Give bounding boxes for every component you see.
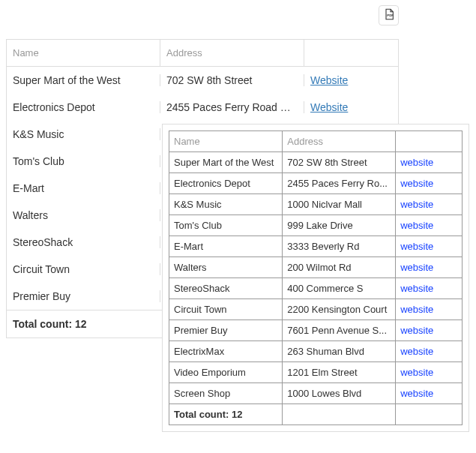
summary-prefix: Total count: — [174, 409, 232, 420]
column-header-link[interactable] — [396, 131, 463, 152]
cell-name: ElectrixMax — [169, 341, 283, 362]
cell-link: website — [396, 341, 463, 362]
summary-count: 12 — [232, 409, 242, 420]
table-row: Electronics Depot2455 Paces Ferry Road N… — [7, 94, 398, 121]
cell-address: 3333 Beverly Rd — [283, 236, 396, 257]
website-link[interactable]: Website — [310, 101, 348, 113]
cell-name: E-Mart — [169, 236, 283, 257]
cell-address: 999 Lake Drive — [283, 215, 396, 236]
website-link[interactable]: website — [400, 367, 433, 378]
column-header-address[interactable]: Address — [160, 40, 304, 66]
cell-link: website — [396, 194, 463, 215]
cell-address: 7601 Penn Avenue S... — [283, 320, 396, 341]
cell-link: Website — [304, 74, 398, 86]
website-link[interactable]: website — [400, 199, 433, 210]
website-link[interactable]: website — [400, 346, 433, 357]
cell-address: 702 SW 8th Street — [160, 74, 304, 86]
cell-address: 1000 Lowes Blvd — [283, 383, 396, 404]
table-row: ElectrixMax263 Shuman Blvdwebsite — [169, 341, 463, 362]
cell-name: Circuit Town — [169, 299, 283, 320]
table-row: Video Emporium1201 Elm Streetwebsite — [169, 362, 463, 383]
table-row: Premier Buy7601 Penn Avenue S...website — [169, 320, 463, 341]
column-header-address[interactable]: Address — [283, 131, 396, 152]
cell-name: Circuit Town — [7, 263, 160, 275]
cell-name: Electronics Depot — [7, 101, 160, 113]
grid-header: Name Address — [7, 40, 398, 67]
cell-link: website — [396, 236, 463, 257]
cell-name: Tom's Club — [169, 215, 283, 236]
table-row: Circuit Town2200 Kensington Courtwebsite — [169, 299, 463, 320]
table-row: K&S Music1000 Niclvar Mallwebsite — [169, 194, 463, 215]
cell-link: website — [396, 173, 463, 194]
cell-address: 200 Wilmot Rd — [283, 257, 396, 278]
cell-name: Super Mart of the West — [7, 74, 160, 86]
cell-link: website — [396, 257, 463, 278]
column-header-name[interactable]: Name — [7, 40, 160, 66]
website-link[interactable]: website — [400, 325, 433, 336]
table-row: Screen Shop1000 Lowes Blvdwebsite — [169, 383, 463, 404]
cell-link: website — [396, 362, 463, 383]
website-link[interactable]: website — [400, 388, 433, 399]
cell-name: Tom's Club — [7, 155, 160, 167]
cell-name: E-Mart — [7, 182, 160, 194]
cell-name: Walters — [169, 257, 283, 278]
cell-link: website — [396, 215, 463, 236]
cell-address: 2455 Paces Ferry Ro... — [283, 173, 396, 194]
cell-name: StereoShack — [7, 236, 160, 248]
cell-link: website — [396, 152, 463, 173]
export-pdf-button[interactable]: PDF — [379, 5, 399, 26]
cell-name: Video Emporium — [169, 362, 283, 383]
website-link[interactable]: website — [400, 283, 433, 294]
cell-address: 263 Shuman Blvd — [283, 341, 396, 362]
cell-name: Super Mart of the West — [169, 152, 283, 173]
pdf-icon: PDF — [383, 8, 395, 22]
cell-link: website — [396, 383, 463, 404]
website-link[interactable]: website — [400, 241, 433, 252]
cell-name: Premier Buy — [169, 320, 283, 341]
table-row: StereoShack400 Commerce Swebsite — [169, 278, 463, 299]
cell-address: 2455 Paces Ferry Road NW — [160, 101, 304, 113]
svg-text:PDF: PDF — [387, 14, 394, 17]
website-link[interactable]: Website — [310, 74, 348, 86]
grid-summary-row: Total count: 12 — [169, 404, 463, 425]
cell-link: website — [396, 320, 463, 341]
column-header-link[interactable] — [304, 40, 398, 66]
column-header-name[interactable]: Name — [169, 131, 283, 152]
grid-header-row: Name Address — [169, 131, 463, 152]
website-link[interactable]: website — [400, 157, 433, 168]
summary-count: 12 — [75, 318, 87, 330]
cell-name: Premier Buy — [7, 290, 160, 302]
website-link[interactable]: website — [400, 220, 433, 231]
table-row: Walters200 Wilmot Rdwebsite — [169, 257, 463, 278]
cell-name: Walters — [7, 209, 160, 221]
table-row: Super Mart of the West702 SW 8th StreetW… — [7, 67, 398, 94]
website-link[interactable]: website — [400, 178, 433, 189]
cell-address: 702 SW 8th Street — [283, 152, 396, 173]
cell-name: StereoShack — [169, 278, 283, 299]
table-row: Tom's Club999 Lake Drivewebsite — [169, 215, 463, 236]
website-link[interactable]: website — [400, 304, 433, 315]
table-row: E-Mart3333 Beverly Rdwebsite — [169, 236, 463, 257]
table-row: Electronics Depot2455 Paces Ferry Ro...w… — [169, 173, 463, 194]
cell-link: website — [396, 299, 463, 320]
table-row: Super Mart of the West702 SW 8th Streetw… — [169, 152, 463, 173]
cell-address: 1201 Elm Street — [283, 362, 396, 383]
cell-link: website — [396, 278, 463, 299]
cell-address: 2200 Kensington Court — [283, 299, 396, 320]
website-link[interactable]: website — [400, 262, 433, 273]
cell-link: Website — [304, 101, 398, 113]
grid-table: Name Address Super Mart of the West702 S… — [169, 130, 463, 425]
cell-name: Screen Shop — [169, 383, 283, 404]
cell-name: Electronics Depot — [169, 173, 283, 194]
data-grid-front: Name Address Super Mart of the West702 S… — [162, 124, 469, 432]
summary-prefix: Total count: — [13, 318, 75, 330]
cell-name: K&S Music — [169, 194, 283, 215]
cell-address: 1000 Niclvar Mall — [283, 194, 396, 215]
cell-address: 400 Commerce S — [283, 278, 396, 299]
cell-name: K&S Music — [7, 128, 160, 140]
grid-summary: Total count: 12 — [169, 404, 283, 425]
